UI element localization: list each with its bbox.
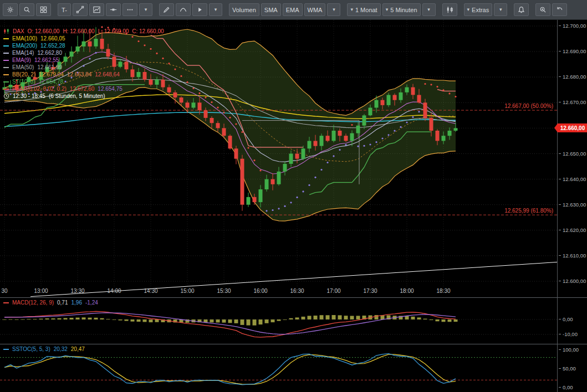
indicator-dropdown-button[interactable]: ▾ — [327, 3, 340, 16]
chevron-down-icon: ▾ — [427, 7, 430, 12]
legend-ema50[interactable]: EMA(50)12.661,99 — [3, 64, 164, 71]
legend-ema14-text-1: 12.662,80 — [37, 50, 62, 56]
legend-ema100-text-1: 12.660,05 — [40, 36, 65, 42]
trendline-tool-button[interactable] — [73, 3, 88, 16]
price-axis-label: 12.650,00 — [559, 151, 586, 157]
macd-label: MACD(12, 26, 9) — [12, 300, 54, 306]
panel-separator[interactable] — [0, 344, 587, 344]
indicator-tool-button[interactable] — [89, 3, 104, 16]
sstoc-axis[interactable]: 100,0050,000,00 — [557, 344, 587, 392]
clock-icon — [3, 93, 9, 99]
legend-dax-text-2: H: 12.660,00 — [63, 29, 94, 34]
ema-button[interactable]: EMA — [283, 3, 303, 16]
draw-button[interactable] — [159, 3, 174, 16]
legend-time-range-text-0: 12:30 - 18:45 — [13, 94, 45, 99]
layout-button[interactable] — [36, 3, 51, 16]
legend-ema9[interactable]: EMA(9)12.662,55 — [3, 56, 164, 64]
more-tools-button[interactable] — [122, 3, 137, 16]
price-axis-label: 12.600,00 — [559, 278, 586, 284]
legend-time-range-text-1: (6 Stunden, 5 Minuten) — [49, 94, 105, 99]
price-axis-label: 12.690,00 — [559, 48, 586, 54]
zoom-in-button[interactable] — [535, 3, 550, 16]
text-tool-button[interactable]: T- — [58, 3, 71, 16]
undo-button[interactable] — [552, 3, 567, 16]
price-axis-label: 12.680,00 — [559, 74, 586, 80]
legend-ema100[interactable]: EMA(100)12.660,05 — [3, 35, 164, 42]
st-line-marker — [3, 81, 9, 82]
legend-dax-text-4: C: 12.660,00 — [132, 29, 164, 34]
current-price: 12.660,00 — [560, 125, 585, 131]
legend-ema50-text-1: 12.661,99 — [37, 65, 62, 70]
svg-text:15:30: 15:30 — [217, 288, 231, 294]
price-axis-label: 12.700,00 — [559, 23, 586, 29]
price-axis[interactable]: 12.660,00 12.700,0012.690,0012.680,0012.… — [557, 20, 587, 297]
chevron-down-icon: ▾ — [333, 7, 335, 12]
chevron-down-icon: ▾ — [499, 7, 502, 12]
svg-text:17:00: 17:00 — [326, 288, 340, 294]
macd-histogram — [3, 315, 458, 326]
volumen-button-label: Volumen — [232, 7, 256, 13]
ema100-line-marker — [3, 38, 9, 39]
sstoc-axis-label: 0,00 — [559, 384, 573, 390]
timeframe-button[interactable]: ▾1 Monat — [347, 3, 380, 16]
alerts-icon — [517, 6, 525, 14]
replay-button[interactable] — [192, 3, 207, 16]
extras-button[interactable]: ▾Extras — [464, 3, 493, 16]
wma-button[interactable]: WMA — [304, 3, 326, 16]
legend-psar-text-2: 12.654,75 — [98, 86, 122, 92]
sma-button[interactable]: SMA — [261, 3, 281, 16]
price-axis-label: 12.630,00 — [559, 202, 586, 208]
legend-psar-text-0: PSAR(0.02, 0.02, 0.2) — [12, 86, 67, 92]
interval-button[interactable]: ▾5 Minuten — [382, 3, 421, 16]
draw-dropdown-button[interactable]: ▾ — [209, 3, 222, 16]
settings-button[interactable] — [3, 3, 18, 16]
hline-tool-button[interactable] — [106, 3, 121, 16]
search-button[interactable] — [19, 3, 34, 16]
chart-legend: DAXO: 12.660,00H: 12.660,00L: 12.660,00C… — [3, 28, 164, 100]
price-arrow-icon — [554, 123, 558, 132]
macd-legend[interactable]: MACD(12, 26, 9) 0,71 1,96 -1,24 — [3, 300, 98, 306]
sstoc-legend[interactable]: SSTOC(5, 5, 3) 20,32 20,47 — [3, 347, 85, 352]
bb-line-marker — [3, 74, 9, 75]
price-axis-label: 12.610,00 — [559, 252, 586, 259]
draw-icon — [162, 6, 171, 14]
ema50-line-marker — [3, 67, 9, 68]
legend-ema200-text-0: EMA(200) — [12, 43, 37, 49]
legend-ema200[interactable]: EMA(200)12.652,28 — [3, 42, 164, 49]
freehand-icon — [179, 6, 187, 14]
x-axis-labels: 3013:0013:3014:0014:3015:0015:3016:0016:… — [1, 288, 451, 294]
legend-ema14-text-0: EMA(14) — [12, 50, 34, 56]
zoom-in-icon — [539, 6, 547, 14]
chart-type-icon — [446, 6, 454, 14]
macd-axis[interactable]: 0,00-10,00 — [557, 298, 587, 344]
current-price-badge: 12.660,00 — [558, 123, 587, 132]
legend-ema14[interactable]: EMA(14)12.662,80 — [3, 49, 164, 56]
svg-text:18:30: 18:30 — [436, 288, 450, 294]
indicator-tool-icon — [93, 6, 101, 14]
legend-st[interactable]: ST(10, 3)12.654,78 — [3, 78, 164, 85]
volumen-button[interactable]: Volumen — [229, 3, 259, 16]
panel-separator[interactable] — [0, 297, 587, 298]
candle-icon — [3, 28, 9, 34]
alerts-button[interactable] — [514, 3, 529, 16]
ema-button-label: EMA — [286, 7, 299, 13]
extras-dropdown-button[interactable]: ▾ — [494, 3, 507, 16]
trendline-tool-icon — [76, 6, 84, 14]
svg-text:18:00: 18:00 — [400, 288, 414, 294]
legend-ema100-text-0: EMA(100) — [12, 36, 37, 42]
freehand-button[interactable] — [176, 3, 191, 16]
tools-dropdown-button[interactable]: ▾ — [139, 3, 152, 16]
macd-gridlines — [0, 319, 557, 334]
sstoc-line-marker — [3, 349, 9, 350]
sstoc-k-value: 20,32 — [54, 347, 68, 352]
legend-dax[interactable]: DAXO: 12.660,00H: 12.660,00L: 12.660,00C… — [3, 28, 164, 35]
legend-dax-text-1: O: 12.660,00 — [28, 29, 60, 34]
interval-dropdown-button[interactable]: ▾ — [422, 3, 436, 16]
svg-text:30: 30 — [1, 288, 8, 294]
legend-bb[interactable]: BB(20, 2)12.679,0412.663,8412.648,64 — [3, 71, 164, 78]
chevron-down-icon: ▾ — [215, 7, 217, 12]
svg-text:17:30: 17:30 — [363, 288, 377, 294]
legend-psar[interactable]: PSAR(0.02, 0.02, 0.2)12.672,6012.654,75 — [3, 85, 164, 92]
chart-type-button[interactable] — [442, 3, 457, 16]
extras-button-label: Extras — [472, 7, 489, 13]
